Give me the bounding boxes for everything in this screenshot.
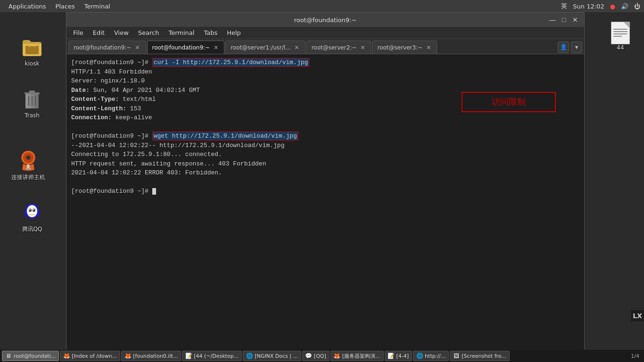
tab-2[interactable]: root@foundation9:~ ✕ bbox=[147, 41, 225, 54]
tab-4[interactable]: root@server2:~ ✕ bbox=[306, 41, 372, 54]
taskbar-item-2[interactable]: 🦊 [Index of /down... bbox=[60, 351, 120, 361]
tab-3-close[interactable]: ✕ bbox=[294, 44, 300, 51]
terminal-line-15: [root@foundation9 ~]# bbox=[71, 187, 579, 196]
applications-menu[interactable]: Applications bbox=[4, 0, 50, 12]
desktop-icon-kiosk[interactable]: kiosk bbox=[13, 36, 51, 67]
taskbar: 🖥 root@foundati... 🦊 [Index of /down... … bbox=[0, 350, 644, 362]
content-type-bold: Content-Type: bbox=[71, 96, 119, 103]
date-bold: Date: bbox=[71, 87, 90, 94]
cmd-1: curl -I http://172.25.9.1/download/vim.j… bbox=[152, 58, 310, 67]
taskbar-label-4: [44 (~/Desktop... bbox=[194, 353, 239, 359]
taskbar-icon-2: 🦊 bbox=[63, 353, 70, 359]
menu-terminal[interactable]: Terminal bbox=[164, 27, 199, 39]
taskbar-icon-3: 🦊 bbox=[124, 353, 131, 359]
taskbar-icon-7: 🦊 bbox=[334, 353, 340, 359]
tab-5-label: root@server3:~ bbox=[377, 44, 422, 51]
prompt-2: [root@foundation9 ~]# bbox=[71, 132, 152, 140]
terminal-line-14 bbox=[71, 178, 579, 187]
svg-point-18 bbox=[33, 209, 34, 211]
taskbar-item-1[interactable]: 🖥 root@foundati... bbox=[2, 351, 59, 361]
terminal-line-11: Connecting to 172.25.9.1:80... connected… bbox=[71, 150, 579, 159]
tab-5-close[interactable]: ✕ bbox=[425, 44, 432, 51]
tab-5[interactable]: root@server3:~ ✕ bbox=[372, 41, 437, 54]
taskbar-item-8[interactable]: 📝 [4-4] bbox=[385, 351, 413, 361]
power-icon[interactable]: ⏻ bbox=[634, 3, 640, 10]
svg-point-10 bbox=[26, 156, 30, 160]
terminal-line-10: --2021-04-04 12:02:22-- http://172.25.9.… bbox=[71, 141, 579, 150]
taskbar-icon-6: 💬 bbox=[305, 353, 312, 359]
taskbar-icon-10: 🖼 bbox=[453, 353, 460, 359]
taskbar-label-8: [4-4] bbox=[396, 353, 409, 359]
record-indicator: ● bbox=[610, 3, 615, 10]
desktop: kiosk Trash bbox=[0, 12, 644, 350]
taskbar-label-5: [NGINX Docs | ... bbox=[255, 353, 298, 359]
places-menu[interactable]: Places bbox=[50, 0, 79, 12]
taskbar-item-4[interactable]: 📝 [44 (~/Desktop... bbox=[182, 351, 242, 361]
menu-view[interactable]: View bbox=[109, 27, 133, 39]
tab-1-label: root@foundation9:~ bbox=[74, 44, 132, 51]
new-tab-button[interactable]: 👤 bbox=[558, 41, 569, 53]
menu-tabs[interactable]: Tabs bbox=[199, 27, 222, 39]
annotation-box: 访问限制 bbox=[462, 92, 556, 112]
menu-help[interactable]: Help bbox=[222, 27, 246, 39]
terminal-content[interactable]: [root@foundation9 ~]# curl -I http://172… bbox=[66, 54, 584, 351]
maximize-button[interactable]: □ bbox=[559, 15, 569, 25]
svg-point-20 bbox=[37, 214, 40, 215]
menu-search[interactable]: Search bbox=[133, 27, 164, 39]
top-menu-bar: Applications Places Terminal 英 Sun 12:02… bbox=[0, 0, 644, 12]
taskbar-label-2: [Index of /down... bbox=[72, 353, 117, 359]
terminal-line-1: [root@foundation9 ~]# curl -I http://172… bbox=[71, 58, 579, 67]
taskbar-label-9: http://... bbox=[425, 353, 446, 359]
desktop-icon-qq[interactable]: 腾讯QQ bbox=[13, 201, 51, 233]
cursor bbox=[152, 188, 156, 195]
terminal-line-3: Server: nginx/1.18.0 bbox=[71, 76, 579, 86]
tab-4-close[interactable]: ✕ bbox=[359, 44, 366, 51]
clock: Sun 12:02 bbox=[573, 3, 604, 10]
taskbar-item-6[interactable]: 💬 [QQ] bbox=[302, 351, 330, 361]
svg-rect-0 bbox=[25, 46, 39, 54]
language-indicator[interactable]: 英 bbox=[561, 2, 567, 10]
taskbar-item-10[interactable]: 🖼 [Screenshot fro... bbox=[450, 351, 510, 361]
terminal-line-9: [root@foundation9 ~]# wget http://172.25… bbox=[71, 132, 579, 141]
menu-file[interactable]: File bbox=[68, 27, 88, 39]
taskbar-item-5[interactable]: 🌐 [NGINX Docs | ... bbox=[243, 351, 301, 361]
terminal-line-12: HTTP request sent, awaiting response... … bbox=[71, 159, 579, 169]
connect-label: 连接讲师主机 bbox=[11, 173, 45, 181]
cmd-2: wget http://172.25.9.1/download/vim.jpg bbox=[152, 132, 298, 140]
volume-icon[interactable]: 🔊 bbox=[621, 3, 628, 10]
svg-rect-4 bbox=[29, 90, 35, 93]
taskbar-item-9[interactable]: 🌐 http://... bbox=[413, 351, 449, 361]
taskbar-item-3[interactable]: 🦊 [foundation0.ilt... bbox=[121, 351, 181, 361]
taskbar-icon-5: 🌐 bbox=[246, 353, 253, 359]
tabs-dropdown-button[interactable]: ▾ bbox=[571, 41, 582, 53]
tab-2-close[interactable]: ✕ bbox=[213, 44, 219, 51]
prompt-3: [root@foundation9 ~]# bbox=[71, 188, 152, 195]
terminal-menu[interactable]: Terminal bbox=[80, 0, 115, 12]
terminal-window: root@foundation9:~ — □ ✕ File Edit View … bbox=[66, 12, 585, 352]
desktop-icon-doc[interactable]: 44 bbox=[606, 22, 635, 51]
taskbar-label-6: [QQ] bbox=[314, 353, 326, 359]
kiosk-label: kiosk bbox=[25, 60, 40, 67]
taskbar-label-7: [服务器架构演... bbox=[342, 353, 380, 360]
terminal-menu-bar: File Edit View Search Terminal Tabs Help bbox=[66, 27, 584, 39]
doc-icon-label: 44 bbox=[617, 44, 624, 51]
desktop-icon-connect[interactable]: 连接讲师主机 bbox=[9, 149, 47, 181]
desktop-icon-trash[interactable]: Trash bbox=[13, 88, 51, 119]
close-button[interactable]: ✕ bbox=[570, 15, 580, 25]
trash-label: Trash bbox=[25, 112, 40, 119]
menu-edit[interactable]: Edit bbox=[88, 27, 109, 39]
svg-point-17 bbox=[29, 209, 30, 211]
svg-point-14 bbox=[27, 205, 37, 217]
tab-3-label: root@server1:/usr/l... bbox=[231, 44, 290, 51]
tab-3[interactable]: root@server1:/usr/l... ✕ bbox=[225, 41, 305, 54]
connection-bold: Connection: bbox=[71, 114, 112, 121]
tab-1[interactable]: root@foundation9:~ ✕ bbox=[68, 41, 146, 54]
minimize-button[interactable]: — bbox=[547, 15, 558, 25]
lx-watermark: LX bbox=[631, 310, 644, 321]
tabs-bar: root@foundation9:~ ✕ root@foundation9:~ … bbox=[66, 39, 584, 54]
connection-rest: keep-alive bbox=[112, 114, 152, 121]
taskbar-item-7[interactable]: 🦊 [服务器架构演... bbox=[330, 351, 384, 361]
content-type-rest: text/html bbox=[119, 96, 156, 103]
tab-1-close[interactable]: ✕ bbox=[134, 44, 141, 51]
terminal-line-8 bbox=[71, 123, 579, 132]
